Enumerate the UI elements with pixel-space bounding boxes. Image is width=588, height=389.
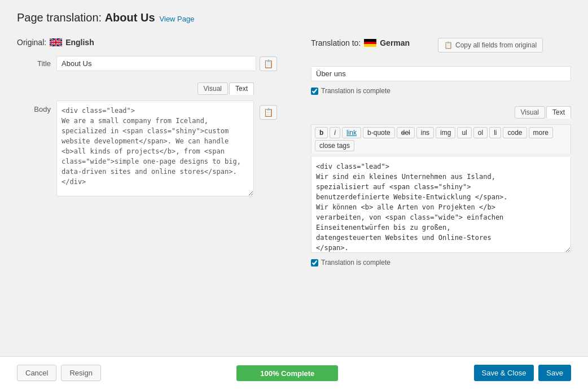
toolbar-bquote-btn[interactable]: b-quote	[363, 127, 395, 138]
title-complete-checkbox[interactable]	[311, 88, 318, 95]
body-field-row-translation: Visual Text b i link b-quote del ins img…	[311, 106, 571, 266]
toolbar-li-btn[interactable]: li	[489, 127, 501, 138]
toolbar-code-btn[interactable]: code	[503, 127, 526, 138]
translation-language: German	[380, 38, 410, 47]
title-complete-row: Translation is complete	[311, 87, 571, 95]
editor-tabs-translation: Visual Text	[311, 106, 571, 119]
toolbar-more-btn[interactable]: more	[529, 127, 553, 138]
save-button[interactable]: Save	[538, 365, 571, 381]
toolbar-link-btn[interactable]: link	[342, 127, 361, 138]
copy-fields-label: Copy all fields from original	[455, 41, 537, 49]
translation-title-col: Translation is complete	[311, 66, 571, 95]
original-header: Original: English	[17, 38, 277, 47]
copy-body-button[interactable]: 📋	[260, 105, 277, 120]
tab-visual-translation[interactable]: Visual	[515, 106, 545, 119]
progress-bar: 100% Complete	[236, 365, 338, 381]
body-field-original: Visual Text <div class="lead"> We are a …	[56, 82, 254, 196]
de-flag-icon	[364, 39, 376, 47]
view-page-link[interactable]: View Page	[160, 15, 195, 23]
title-input-original[interactable]	[56, 56, 256, 71]
original-label: Original:	[17, 38, 46, 47]
toolbar-closetags-btn[interactable]: close tags	[315, 140, 354, 151]
bottom-left-actions: Cancel Resign	[17, 365, 101, 381]
editor-tabs-original: Visual Text	[56, 82, 254, 95]
translation-layout: Original: English	[17, 38, 571, 278]
progress-container: 100% Complete	[101, 365, 474, 381]
title-label: Title	[17, 56, 51, 68]
body-complete-row: Translation is complete	[311, 259, 571, 266]
page-title-bar: Page translation: About Us View Page	[17, 11, 571, 24]
title-field-row-translation: Translation is complete	[311, 66, 571, 95]
copy-all-fields-button[interactable]: 📋 Copy all fields from original	[438, 38, 543, 53]
progress-label: 100% Complete	[260, 369, 314, 377]
page-wrapper: Page translation: About Us View Page Ori…	[0, 0, 588, 389]
original-language: English	[65, 38, 94, 47]
translation-body-col: Visual Text b i link b-quote del ins img…	[311, 106, 571, 266]
cancel-button[interactable]: Cancel	[17, 365, 56, 381]
toolbar-img-btn[interactable]: img	[436, 127, 455, 138]
body-textarea-original[interactable]: <div class="lead"> We are a small compan…	[56, 100, 254, 196]
toolbar-bold-btn[interactable]: b	[315, 127, 328, 138]
main-content: Page translation: About Us View Page Ori…	[0, 0, 588, 356]
body-complete-checkbox[interactable]	[311, 259, 318, 266]
translation-column: Translation to: German 📋 Copy all fields…	[294, 38, 571, 278]
tab-visual-original[interactable]: Visual	[198, 82, 228, 95]
copy-icon: 📋	[444, 41, 453, 49]
save-close-button[interactable]: Save & Close	[474, 365, 534, 381]
toolbar-del-btn[interactable]: del	[397, 127, 415, 138]
editor-toolbar: b i link b-quote del ins img ul ol li co…	[311, 124, 571, 154]
toolbar-ul-btn[interactable]: ul	[457, 127, 471, 138]
translation-header: Translation to: German	[311, 38, 410, 47]
body-label: Body	[17, 82, 51, 113]
bottom-bar: Cancel Resign 100% Complete Save & Close…	[0, 356, 588, 389]
title-field-row-original: Title 📋	[17, 56, 277, 71]
tab-text-translation[interactable]: Text	[546, 106, 571, 119]
translation-header-row: Translation to: German 📋 Copy all fields…	[311, 38, 571, 57]
tab-text-original[interactable]: Text	[229, 82, 254, 95]
toolbar-italic-btn[interactable]: i	[330, 127, 340, 138]
translation-label: Translation to:	[311, 38, 361, 47]
toolbar-ins-btn[interactable]: ins	[416, 127, 434, 138]
body-complete-label: Translation is complete	[321, 259, 390, 266]
title-inputs-original: 📋	[56, 56, 277, 71]
uk-flag-icon	[50, 38, 62, 46]
original-column: Original: English	[17, 38, 294, 278]
bottom-right-actions: Save & Close Save	[474, 365, 571, 381]
body-textarea-translation[interactable]: <div class="lead"> Wir sind ein kleines …	[311, 157, 571, 253]
copy-title-button[interactable]: 📋	[260, 56, 277, 71]
title-input-translation[interactable]	[311, 66, 571, 81]
resign-button[interactable]: Resign	[61, 365, 100, 381]
title-complete-label: Translation is complete	[321, 87, 390, 95]
page-title: Page translation: About Us	[17, 11, 155, 24]
body-field-row-original: Body Visual Text <div class="lead"> We a…	[17, 82, 277, 196]
toolbar-ol-btn[interactable]: ol	[473, 127, 488, 138]
